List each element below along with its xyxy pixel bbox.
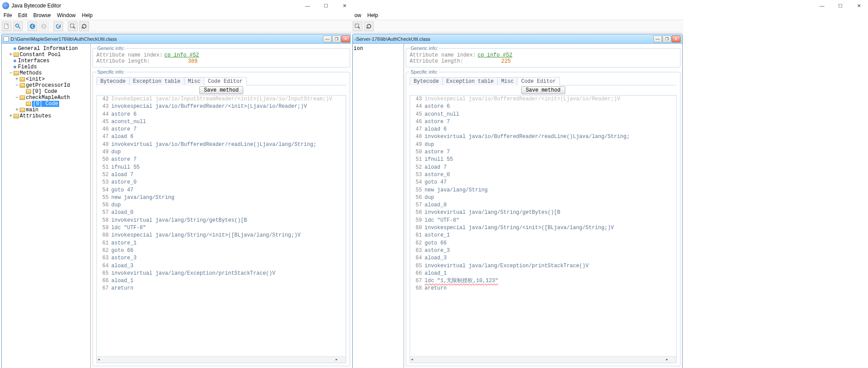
code-line[interactable]: 62goto 66 — [410, 240, 676, 247]
code-line[interactable]: 63astore_3 — [410, 247, 676, 255]
zoom-button-2[interactable] — [353, 21, 362, 31]
tab-code-editor-2[interactable]: Code Editor — [517, 77, 560, 85]
menu-window[interactable]: Window — [55, 12, 78, 19]
code-line[interactable]: 44astore 6 — [97, 111, 346, 118]
tree-code-getprocessorid[interactable]: [0] Code — [32, 88, 57, 95]
menu-browse[interactable]: Browse — [32, 12, 53, 19]
code-line[interactable]: 50astore 7 — [410, 149, 676, 156]
code-line[interactable]: 50astore 7 — [97, 156, 346, 163]
code-line[interactable]: 52aload 7 — [410, 164, 676, 171]
tree-fragment-text[interactable]: ion — [354, 46, 363, 52]
attr-name-index-link-2[interactable]: cp_info #52 — [478, 52, 512, 58]
code-line[interactable]: 51ifnull 55 — [97, 164, 346, 171]
code-line[interactable]: 52aload 7 — [97, 171, 346, 179]
tree-interfaces[interactable]: Interfaces — [18, 58, 50, 64]
code-line[interactable]: 55new java/lang/String — [97, 194, 346, 202]
minimize-button-3[interactable]: — — [813, 1, 831, 11]
tree-method-getprocessorid[interactable]: getProcessorId — [26, 82, 70, 88]
code-line[interactable]: 57aload_0 — [97, 209, 346, 216]
save-method-button-2[interactable]: Save method — [521, 86, 565, 94]
code-line[interactable]: 46astore 7 — [410, 118, 676, 126]
close-button-3[interactable]: ✕ — [850, 1, 868, 11]
menu-edit[interactable]: Edit — [16, 12, 29, 19]
code-line[interactable]: 43invokespecial java/io/BufferedReader/<… — [410, 96, 676, 103]
code-line[interactable]: 47aload 6 — [410, 126, 676, 133]
code-line[interactable]: 57aload_0 — [410, 202, 676, 209]
code-line[interactable]: 54goto 47 — [97, 187, 346, 194]
code-line[interactable]: 46astore 7 — [97, 126, 346, 133]
search-button[interactable] — [13, 21, 23, 31]
code-line[interactable]: 43invokespecial java/io/BufferedReader/<… — [97, 103, 346, 110]
forward-button[interactable] — [39, 21, 49, 31]
tree-fragment[interactable]: ion — [353, 44, 404, 368]
tree-fields[interactable]: Fields — [18, 64, 37, 70]
tree-constant-pool[interactable]: Constant Pool — [20, 52, 61, 58]
code-line[interactable]: 49dup — [97, 149, 346, 156]
tab-misc[interactable]: Misc — [184, 77, 205, 85]
code-line[interactable]: 66aload_1 — [97, 277, 346, 285]
zoom-button[interactable] — [68, 21, 78, 31]
code-line[interactable]: 62goto 66 — [97, 247, 346, 255]
code-line[interactable]: 53astore_0 — [410, 171, 676, 179]
reload-button-2[interactable] — [364, 21, 374, 31]
menu-file[interactable]: File — [2, 12, 14, 19]
menu-help[interactable]: Help — [80, 12, 95, 19]
code-line[interactable]: 53astore_0 — [97, 179, 346, 186]
code-line[interactable]: 67areturn — [97, 285, 346, 292]
code-line[interactable]: 42InvokeSpecial java/io/InputStreamReade… — [97, 96, 346, 103]
code-line[interactable]: 56dup — [410, 194, 676, 202]
code-line[interactable]: 61astore_1 — [410, 232, 676, 239]
maximize-button-3[interactable]: ☐ — [831, 1, 850, 11]
menu-help-2[interactable]: Help — [365, 12, 380, 19]
tab-exception-2[interactable]: Exception table — [443, 77, 498, 85]
code-line[interactable]: 64aload_3 — [97, 262, 346, 270]
code-line[interactable]: 45aconst_null — [97, 118, 346, 126]
tree-methods[interactable]: Methods — [20, 70, 42, 76]
tree-code-checkmapleauth[interactable]: [0] Code — [32, 101, 59, 107]
code-line[interactable]: 65invokevirtual java/lang/Exception/prin… — [410, 262, 676, 270]
menu-dow-fragment[interactable]: ow — [353, 12, 363, 19]
code-line[interactable]: 59ldc "UTF-8" — [97, 224, 346, 232]
code-editor-right[interactable]: 43invokespecial java/io/BufferedReader/<… — [410, 95, 677, 363]
tree-general[interactable]: General Information — [18, 46, 78, 52]
code-line[interactable]: 67ldc "1,无限制授权,10,123" — [410, 277, 676, 285]
tab-bytecode[interactable]: Bytecode — [96, 77, 130, 85]
back-button[interactable] — [28, 21, 37, 31]
tab-misc-2[interactable]: Misc — [497, 77, 518, 85]
reload-button[interactable] — [79, 21, 89, 31]
code-line[interactable]: 48invokevirtual java/io/BufferedReader/r… — [410, 133, 676, 141]
code-line[interactable]: 65invokevirtual java/lang/Exception/prin… — [97, 270, 346, 277]
code-line[interactable]: 56dup — [97, 202, 346, 209]
horizontal-scrollbar-2[interactable] — [410, 356, 676, 363]
code-editor-left[interactable]: 42InvokeSpecial java/io/InputStreamReade… — [96, 95, 346, 363]
inner-restore-button[interactable]: ❐ — [332, 35, 341, 42]
code-line[interactable]: 58invokevirtual java/lang/String/getByte… — [410, 209, 676, 216]
new-button[interactable] — [2, 21, 11, 31]
minimize-button[interactable]: — — [298, 1, 317, 11]
refresh-button[interactable] — [53, 21, 63, 31]
code-line[interactable]: 59ldc "UTF-8" — [410, 217, 676, 224]
inner-close-button[interactable]: ✕ — [341, 35, 350, 42]
code-line[interactable]: 68areturn — [410, 285, 676, 292]
code-line[interactable]: 64aload_3 — [410, 255, 676, 262]
code-line[interactable]: 58invokevirtual java/lang/String/getByte… — [97, 217, 346, 224]
code-line[interactable]: 54goto 47 — [410, 179, 676, 186]
code-line[interactable]: 51ifnull 55 — [410, 156, 676, 163]
code-line[interactable]: 44astore 6 — [410, 103, 676, 110]
horizontal-scrollbar[interactable] — [97, 356, 346, 363]
tab-code-editor[interactable]: Code Editor — [204, 77, 246, 85]
code-line[interactable]: 47aload 6 — [97, 133, 346, 141]
code-line[interactable]: 66aload_1 — [410, 270, 676, 277]
code-line[interactable]: 60invokespecial java/lang/String/<init>(… — [97, 232, 346, 239]
tree-method-main[interactable]: main — [26, 107, 39, 113]
code-line[interactable]: 49dup — [410, 141, 676, 149]
class-tree[interactable]: General Information +Constant Pool Inter… — [2, 44, 91, 368]
tab-bytecode-2[interactable]: Bytecode — [410, 77, 443, 85]
code-line[interactable]: 48invokevirtual java/io/BufferedReader/r… — [97, 141, 346, 149]
save-method-button[interactable]: Save method — [199, 86, 243, 94]
code-line[interactable]: 60invokespecial java/lang/String/<init>(… — [410, 224, 676, 232]
inner-minimize-button[interactable]: — — [323, 35, 332, 42]
maximize-button[interactable]: ☐ — [317, 1, 335, 11]
attr-name-index-link[interactable]: cp_info #52 — [164, 52, 199, 58]
tree-method-checkmapleauth[interactable]: checkMapleAuth — [26, 95, 70, 101]
